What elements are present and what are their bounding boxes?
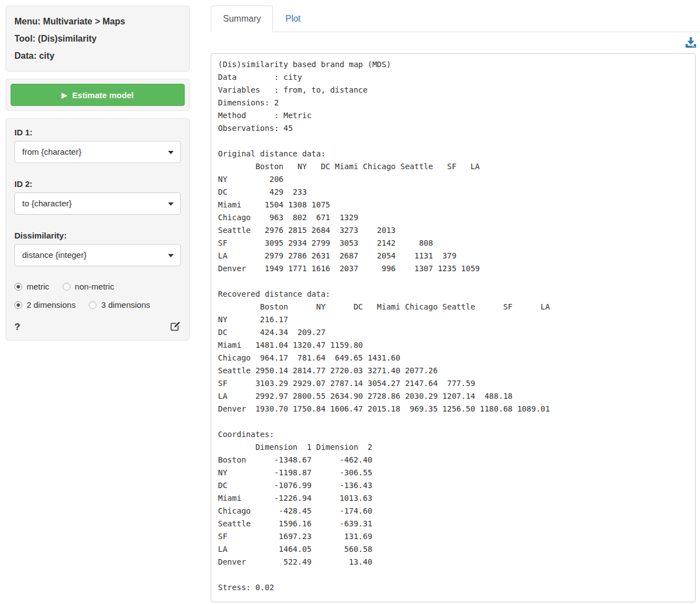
id2-select[interactable]: to {character} bbox=[14, 192, 181, 215]
sidebar: Menu: Multivariate > Maps Tool: (Dis)sim… bbox=[6, 6, 190, 348]
play-icon: ▶ bbox=[62, 91, 67, 99]
radio-3-dimensions[interactable]: 3 dimensions bbox=[89, 300, 150, 309]
help-button[interactable]: ? bbox=[14, 322, 20, 333]
chevron-down-icon bbox=[168, 202, 174, 206]
tool-label: Tool: (Dis)similarity bbox=[14, 33, 181, 44]
dissimilarity-select[interactable]: distance {integer} bbox=[14, 244, 181, 266]
id1-selected-value: from {character} bbox=[22, 147, 82, 156]
estimate-model-label: Estimate model bbox=[72, 90, 134, 100]
radio-non-metric[interactable]: non-metric bbox=[63, 282, 114, 291]
summary-output: (Dis)similarity based brand map (MDS) Da… bbox=[211, 53, 696, 602]
radio-unchecked-icon bbox=[63, 283, 70, 291]
main-panel: Summary Plot (Dis)similarity based brand… bbox=[206, 0, 700, 602]
data-label: Data: city bbox=[14, 50, 181, 62]
radio-metric-label: metric bbox=[27, 282, 49, 291]
radio-non-metric-label: non-metric bbox=[75, 282, 114, 291]
id2-label: ID 2: bbox=[14, 179, 181, 189]
radio-checked-icon bbox=[14, 301, 22, 309]
radio-metric[interactable]: metric bbox=[14, 282, 49, 291]
edit-icon[interactable] bbox=[170, 321, 181, 333]
tab-bar: Summary Plot bbox=[211, 6, 700, 32]
estimate-model-button[interactable]: ▶ Estimate model bbox=[11, 84, 185, 106]
model-info-panel: Menu: Multivariate > Maps Tool: (Dis)sim… bbox=[6, 6, 190, 72]
options-footer: ? bbox=[14, 321, 181, 333]
menu-breadcrumb: Menu: Multivariate > Maps bbox=[14, 16, 181, 27]
options-panel: ID 1: from {character} ID 2: to {charact… bbox=[6, 118, 190, 341]
chevron-down-icon bbox=[168, 151, 174, 154]
chevron-down-icon bbox=[168, 254, 174, 257]
radio-3-dimensions-label: 3 dimensions bbox=[101, 300, 150, 309]
dimensions-radio-group: 2 dimensions 3 dimensions bbox=[14, 300, 181, 309]
dissimilarity-label: Dissimilarity: bbox=[14, 230, 181, 241]
radio-checked-icon bbox=[14, 283, 22, 291]
id2-selected-value: to {character} bbox=[22, 199, 72, 208]
radio-unchecked-icon bbox=[89, 301, 97, 309]
download-icon[interactable] bbox=[685, 37, 697, 50]
radio-2-dimensions-label: 2 dimensions bbox=[27, 300, 75, 309]
dissimilarity-selected-value: distance {integer} bbox=[22, 250, 87, 260]
toolbar-row bbox=[206, 32, 700, 53]
radio-2-dimensions[interactable]: 2 dimensions bbox=[14, 300, 75, 309]
tab-plot[interactable]: Plot bbox=[273, 6, 313, 32]
estimate-panel: ▶ Estimate model bbox=[6, 79, 190, 111]
id1-select[interactable]: from {character} bbox=[14, 141, 181, 163]
tab-summary[interactable]: Summary bbox=[211, 6, 273, 32]
method-radio-group: metric non-metric bbox=[14, 282, 181, 291]
id1-label: ID 1: bbox=[14, 127, 181, 138]
